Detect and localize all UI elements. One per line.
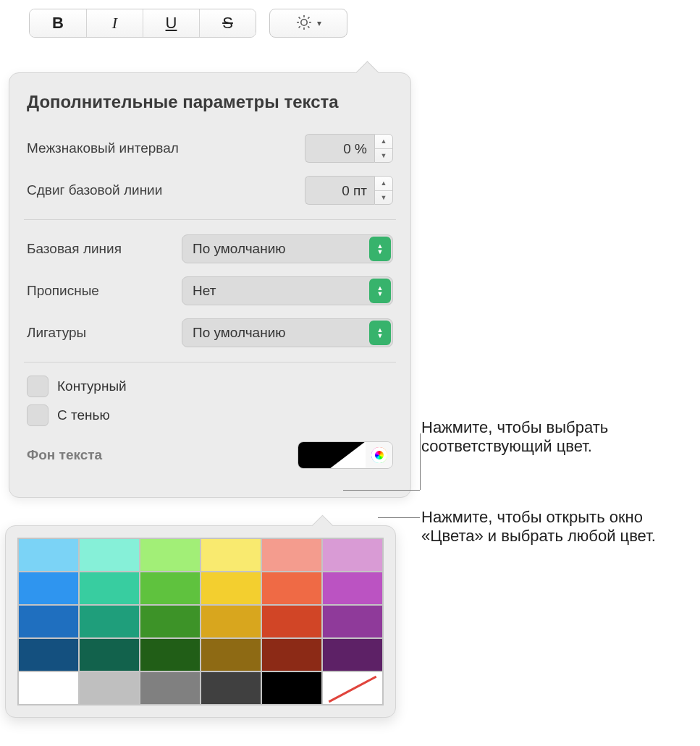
- color-swatch[interactable]: [322, 572, 383, 605]
- color-swatch[interactable]: [140, 638, 201, 671]
- divider: [24, 362, 396, 363]
- color-swatch[interactable]: [322, 671, 383, 705]
- color-palette-popover: [5, 525, 396, 718]
- italic-button[interactable]: I: [86, 9, 143, 37]
- color-swatch[interactable]: [322, 538, 383, 572]
- stepper-arrows[interactable]: ▲▼: [374, 134, 393, 163]
- advanced-options-button[interactable]: ▾: [269, 9, 347, 38]
- character-spacing-value[interactable]: 0 %: [305, 134, 374, 163]
- color-swatch[interactable]: [201, 572, 261, 605]
- ligatures-select[interactable]: По умолчанию ▲▼: [182, 318, 393, 347]
- color-swatch[interactable]: [18, 538, 79, 572]
- callout-swatch: Нажмите, чтобы выбрать соответствующий ц…: [421, 418, 696, 456]
- chevron-down-icon: ▾: [317, 18, 321, 28]
- color-swatch-button[interactable]: [298, 442, 365, 468]
- color-swatch[interactable]: [322, 638, 383, 671]
- color-swatch[interactable]: [79, 572, 140, 605]
- color-swatch[interactable]: [201, 671, 261, 705]
- shadow-label: С тенью: [57, 407, 110, 423]
- capitalization-value: Нет: [193, 283, 216, 299]
- color-swatch[interactable]: [79, 605, 140, 638]
- callout-leader: [343, 490, 420, 491]
- color-wheel-icon: [371, 447, 387, 463]
- capitalization-row: Прописные Нет ▲▼: [27, 275, 393, 307]
- color-swatch[interactable]: [18, 572, 79, 605]
- color-swatch[interactable]: [79, 538, 140, 572]
- text-style-segment: B I U S: [29, 9, 256, 38]
- svg-point-0: [301, 19, 307, 25]
- baseline-value: По умолчанию: [193, 241, 286, 257]
- color-swatch[interactable]: [261, 638, 322, 671]
- gear-icon: [295, 14, 313, 33]
- baseline-row: Базовая линия По умолчанию ▲▼: [27, 233, 393, 265]
- baseline-shift-stepper[interactable]: 0 пт ▲▼: [305, 176, 393, 205]
- color-swatch[interactable]: [140, 538, 201, 572]
- callout-leader: [378, 517, 420, 518]
- color-swatch[interactable]: [79, 671, 140, 705]
- stepper-arrows[interactable]: ▲▼: [374, 176, 393, 205]
- color-swatch[interactable]: [140, 572, 201, 605]
- bold-button[interactable]: B: [30, 9, 86, 37]
- color-wheel-button[interactable]: [365, 442, 392, 468]
- baseline-shift-label: Сдвиг базовой линии: [27, 182, 162, 198]
- outline-label: Контурный: [57, 378, 127, 394]
- color-swatch[interactable]: [140, 671, 201, 705]
- strikethrough-button[interactable]: S: [199, 9, 256, 37]
- text-background-label: Фон текста: [27, 447, 102, 463]
- select-caret-icon: ▲▼: [369, 321, 391, 345]
- select-caret-icon: ▲▼: [369, 279, 391, 303]
- underline-button[interactable]: U: [143, 9, 199, 37]
- color-swatch[interactable]: [140, 605, 201, 638]
- color-swatch[interactable]: [322, 605, 383, 638]
- style-toolbar: B I U S ▾: [29, 9, 411, 38]
- outline-checkbox-row: Контурный: [27, 376, 393, 397]
- color-swatch[interactable]: [261, 572, 322, 605]
- shadow-checkbox-row: С тенью: [27, 404, 393, 426]
- color-swatch[interactable]: [79, 638, 140, 671]
- color-swatch[interactable]: [18, 671, 79, 705]
- color-swatch[interactable]: [201, 638, 261, 671]
- outline-checkbox[interactable]: [27, 376, 49, 397]
- callout-wheel: Нажмите, чтобы открыть окно «Цвета» и вы…: [421, 508, 696, 546]
- color-swatch[interactable]: [18, 638, 79, 671]
- capitalization-select[interactable]: Нет ▲▼: [182, 276, 393, 305]
- ligatures-value: По умолчанию: [193, 325, 286, 341]
- character-spacing-stepper[interactable]: 0 % ▲▼: [305, 134, 393, 163]
- text-background-row: Фон текста: [27, 439, 393, 471]
- shadow-checkbox[interactable]: [27, 404, 49, 426]
- color-swatch[interactable]: [201, 605, 261, 638]
- character-spacing-row: Межзнаковый интервал 0 % ▲▼: [27, 132, 393, 164]
- color-swatch[interactable]: [201, 538, 261, 572]
- color-swatch[interactable]: [261, 671, 322, 705]
- color-swatch[interactable]: [18, 605, 79, 638]
- advanced-text-panel: Дополнительные параметры текста Межзнако…: [9, 72, 411, 498]
- divider: [24, 219, 396, 220]
- baseline-select[interactable]: По умолчанию ▲▼: [182, 234, 393, 263]
- text-background-color-control: [298, 441, 393, 469]
- color-swatch[interactable]: [261, 538, 322, 572]
- panel-title: Дополнительные параметры текста: [27, 92, 393, 112]
- capitalization-label: Прописные: [27, 283, 99, 299]
- ligatures-label: Лигатуры: [27, 325, 86, 341]
- select-caret-icon: ▲▼: [369, 237, 391, 261]
- baseline-shift-value[interactable]: 0 пт: [305, 176, 374, 205]
- baseline-shift-row: Сдвиг базовой линии 0 пт ▲▼: [27, 174, 393, 206]
- ligatures-row: Лигатуры По умолчанию ▲▼: [27, 317, 393, 349]
- baseline-label: Базовая линия: [27, 241, 122, 257]
- character-spacing-label: Межзнаковый интервал: [27, 140, 179, 156]
- color-grid: [17, 538, 384, 705]
- color-swatch[interactable]: [261, 605, 322, 638]
